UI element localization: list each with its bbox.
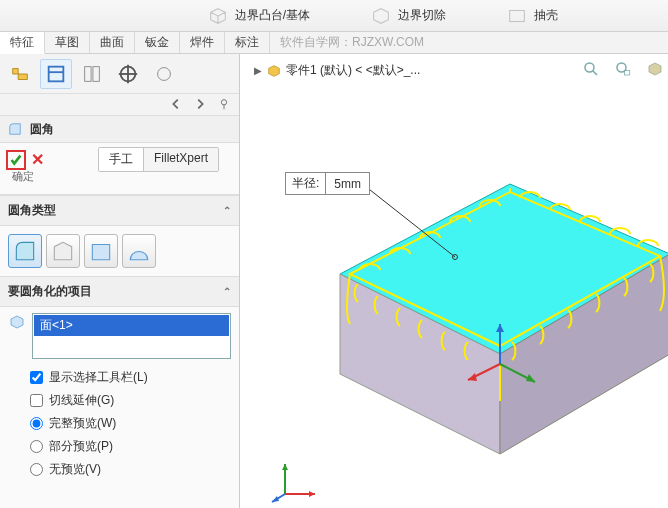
svg-point-8 bbox=[158, 67, 171, 80]
ribbon-shell[interactable]: 抽壳 bbox=[506, 5, 558, 27]
opt-partial[interactable]: 部分预览(P) bbox=[30, 438, 231, 455]
opt-partial-radio[interactable] bbox=[30, 440, 43, 453]
config-icon[interactable] bbox=[76, 59, 108, 89]
zoom-fit-icon[interactable] bbox=[578, 58, 604, 80]
ok-button[interactable] bbox=[6, 150, 26, 170]
tab-feature[interactable]: 特征 bbox=[0, 32, 45, 54]
fillet-icon bbox=[6, 120, 24, 138]
tab-sheetmetal[interactable]: 钣金 bbox=[135, 32, 180, 53]
view-triad[interactable] bbox=[270, 454, 320, 504]
svg-rect-4 bbox=[93, 66, 99, 81]
svg-point-9 bbox=[221, 100, 226, 105]
pm-title: 圆角 bbox=[30, 121, 54, 138]
featuretree-icon[interactable] bbox=[4, 59, 36, 89]
fillet-type-variable[interactable] bbox=[46, 234, 80, 268]
property-manager: 圆角 ✕ 确定 手工 FilletXpert 圆角类型⌃ 要圆角化的项目⌃ bbox=[0, 54, 240, 508]
selection-list[interactable]: 面<1> bbox=[32, 313, 231, 359]
graphics-area[interactable]: ▶ 零件1 (默认) < <默认>_... bbox=[240, 54, 668, 508]
tab-annotate[interactable]: 标注 bbox=[225, 32, 270, 53]
tab-weldment[interactable]: 焊件 bbox=[180, 32, 225, 53]
ribbon-shell-label: 抽壳 bbox=[534, 7, 558, 24]
fillet-type-label: 圆角类型 bbox=[8, 202, 56, 219]
svg-line-12 bbox=[593, 71, 598, 76]
opt-none[interactable]: 无预览(V) bbox=[30, 461, 231, 478]
confirm-label: 确定 bbox=[12, 169, 34, 184]
zoom-area-icon[interactable] bbox=[610, 58, 636, 80]
propertymgr-icon[interactable] bbox=[40, 59, 72, 89]
opt-none-radio[interactable] bbox=[30, 463, 43, 476]
svg-rect-14 bbox=[625, 71, 630, 76]
expand-icon[interactable]: ▶ bbox=[254, 65, 262, 76]
opt-toolbar[interactable]: 显示选择工具栏(L) bbox=[30, 369, 231, 386]
tab-sketch[interactable]: 草图 bbox=[45, 32, 90, 53]
face-icon bbox=[8, 313, 26, 331]
ribbon-cut[interactable]: 边界切除 bbox=[370, 5, 446, 27]
doc-tabs: 特征 草图 曲面 钣金 焊件 标注 软件自学网：RJZXW.COM bbox=[0, 32, 668, 54]
breadcrumb[interactable]: ▶ 零件1 (默认) < <默认>_... bbox=[254, 62, 420, 79]
subtab-manual[interactable]: 手工 bbox=[99, 148, 144, 171]
subtab-filletxpert[interactable]: FilletXpert bbox=[144, 148, 218, 171]
cancel-button[interactable]: ✕ bbox=[28, 151, 46, 169]
section-icon[interactable] bbox=[642, 58, 668, 80]
tab-surface[interactable]: 曲面 bbox=[90, 32, 135, 53]
fillet-type-face[interactable] bbox=[84, 234, 118, 268]
back-icon[interactable] bbox=[165, 94, 187, 114]
selection-item[interactable]: 面<1> bbox=[34, 315, 229, 336]
dim-label: 半径: bbox=[286, 173, 326, 194]
opt-tangent-check[interactable] bbox=[30, 394, 43, 407]
svg-rect-1 bbox=[49, 66, 64, 81]
opt-tangent[interactable]: 切线延伸(G) bbox=[30, 392, 231, 409]
watermark: 软件自学网：RJZXW.COM bbox=[280, 34, 424, 51]
svg-rect-3 bbox=[85, 66, 91, 81]
display-icon[interactable] bbox=[148, 59, 180, 89]
ribbon-extrude-label: 边界凸台/基体 bbox=[235, 7, 310, 24]
fwd-icon[interactable] bbox=[189, 94, 211, 114]
opt-toolbar-check[interactable] bbox=[30, 371, 43, 384]
part-name: 零件1 (默认) < <默认>_... bbox=[286, 62, 420, 79]
dimension-callout[interactable]: 半径: 5mm bbox=[285, 172, 370, 195]
fillet-type-constant[interactable] bbox=[8, 234, 42, 268]
items-label: 要圆角化的项目 bbox=[8, 283, 92, 300]
chevron-icon[interactable]: ⌃ bbox=[223, 205, 231, 216]
opt-full-radio[interactable] bbox=[30, 417, 43, 430]
fillet-type-full[interactable] bbox=[122, 234, 156, 268]
dimxpert-icon[interactable] bbox=[112, 59, 144, 89]
dim-value[interactable]: 5mm bbox=[326, 175, 369, 193]
model-view[interactable] bbox=[250, 84, 668, 504]
part-icon bbox=[266, 63, 282, 79]
svg-rect-0 bbox=[510, 10, 525, 21]
opt-full[interactable]: 完整预览(W) bbox=[30, 415, 231, 432]
pin-icon[interactable] bbox=[213, 94, 235, 114]
ribbon-cut-label: 边界切除 bbox=[398, 7, 446, 24]
ribbon-extrude[interactable]: 边界凸台/基体 bbox=[207, 5, 310, 27]
chevron-icon[interactable]: ⌃ bbox=[223, 286, 231, 297]
